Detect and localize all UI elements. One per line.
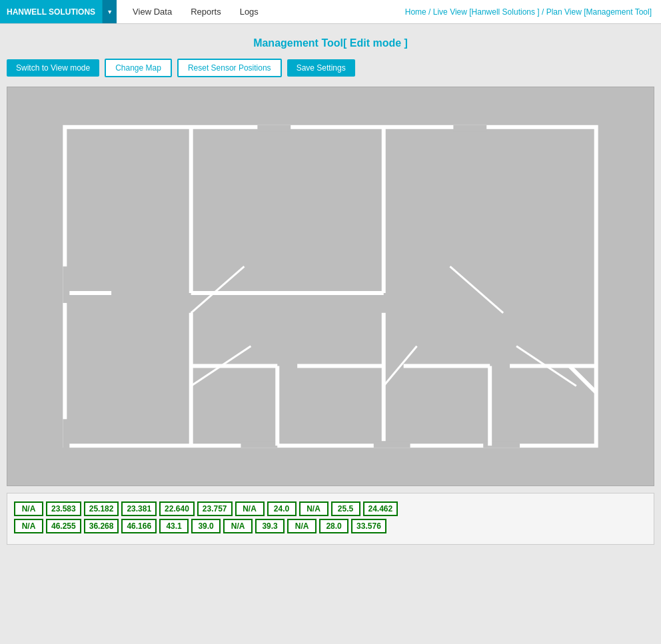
navbar: HANWELL SOLUTIONS View Data Reports Logs… bbox=[0, 0, 661, 24]
svg-line-14 bbox=[191, 266, 245, 313]
page-title: Management Tool[ Edit mode ] bbox=[0, 37, 661, 49]
nav-links: View Data Reports Logs bbox=[117, 0, 268, 23]
breadcrumb-sep1: / bbox=[428, 7, 433, 17]
sensor-cell-r1-2: 25.182 bbox=[84, 501, 119, 516]
page-content: Management Tool[ Edit mode ] Switch to V… bbox=[0, 24, 661, 558]
svg-line-15 bbox=[450, 266, 503, 313]
breadcrumb-home[interactable]: Home bbox=[405, 7, 426, 17]
breadcrumb-live-view[interactable]: Live View [Hanwell Solutions ] bbox=[433, 7, 540, 17]
sensor-cell-r2-8: N/A bbox=[287, 519, 317, 533]
reset-sensor-positions-button[interactable]: Reset Sensor Positions bbox=[177, 59, 282, 77]
svg-rect-7 bbox=[257, 125, 291, 132]
svg-rect-9 bbox=[241, 441, 277, 448]
sensor-cell-r2-7: 39.3 bbox=[255, 519, 285, 533]
sensor-cell-r2-4: 43.1 bbox=[159, 519, 189, 533]
switch-mode-button[interactable]: Switch to View mode bbox=[7, 59, 99, 77]
breadcrumb: Home / Live View [Hanwell Solutions ] / … bbox=[405, 7, 661, 17]
sensor-cell-r1-3: 23.381 bbox=[121, 501, 157, 516]
sensor-cell-r1-10: 24.462 bbox=[363, 501, 398, 516]
sensor-cell-r2-10: 33.576 bbox=[351, 519, 386, 533]
svg-line-25 bbox=[570, 366, 596, 393]
svg-rect-10 bbox=[374, 441, 410, 448]
svg-rect-8 bbox=[453, 125, 486, 132]
change-map-button[interactable]: Change Map bbox=[105, 59, 172, 77]
sensor-cell-r1-5: 23.757 bbox=[197, 501, 233, 516]
sensor-cell-r1-7: 24.0 bbox=[267, 501, 297, 516]
toolbar: Switch to View mode Change Map Reset Sen… bbox=[0, 59, 661, 77]
sensor-cell-r1-8: N/A bbox=[299, 501, 329, 516]
sensor-cell-r1-1: 23.583 bbox=[46, 501, 81, 516]
sensor-cell-r1-9: 25.5 bbox=[331, 501, 360, 516]
sensor-cell-r1-4: 22.640 bbox=[159, 501, 195, 516]
floor-plan-map[interactable] bbox=[7, 87, 654, 486]
sensor-cell-r2-0: N/A bbox=[14, 519, 43, 533]
nav-logs[interactable]: Logs bbox=[231, 0, 268, 23]
svg-rect-12 bbox=[63, 266, 69, 303]
breadcrumb-plan-view: Plan View [Management Tool] bbox=[546, 7, 652, 17]
sensor-row-1: N/A23.58325.18223.38122.64023.757N/A24.0… bbox=[14, 501, 647, 516]
svg-rect-0 bbox=[65, 127, 596, 446]
save-settings-button[interactable]: Save Settings bbox=[287, 59, 355, 77]
sensor-cell-r2-5: 39.0 bbox=[191, 519, 221, 533]
floor-plan-svg bbox=[7, 87, 654, 485]
svg-rect-13 bbox=[63, 419, 69, 449]
brand-button[interactable]: HANWELL SOLUTIONS bbox=[0, 0, 102, 23]
nav-reports[interactable]: Reports bbox=[181, 0, 231, 23]
sensor-row-2: N/A46.25536.26846.16643.139.0N/A39.3N/A2… bbox=[14, 519, 647, 533]
sensor-cell-r1-0: N/A bbox=[14, 501, 43, 516]
sensor-cell-r2-6: N/A bbox=[223, 519, 253, 533]
nav-view-data[interactable]: View Data bbox=[123, 0, 181, 23]
sensor-cell-r2-2: 36.268 bbox=[84, 519, 119, 533]
brand-dropdown[interactable] bbox=[102, 0, 117, 23]
sensor-cell-r2-1: 46.255 bbox=[46, 519, 81, 533]
sensor-cell-r2-9: 28.0 bbox=[319, 519, 348, 533]
sensor-cell-r2-3: 46.166 bbox=[121, 519, 157, 533]
sensor-cell-r1-6: N/A bbox=[235, 501, 265, 516]
breadcrumb-sep2: / bbox=[542, 7, 546, 17]
sensor-panel: N/A23.58325.18223.38122.64023.757N/A24.0… bbox=[7, 493, 654, 545]
